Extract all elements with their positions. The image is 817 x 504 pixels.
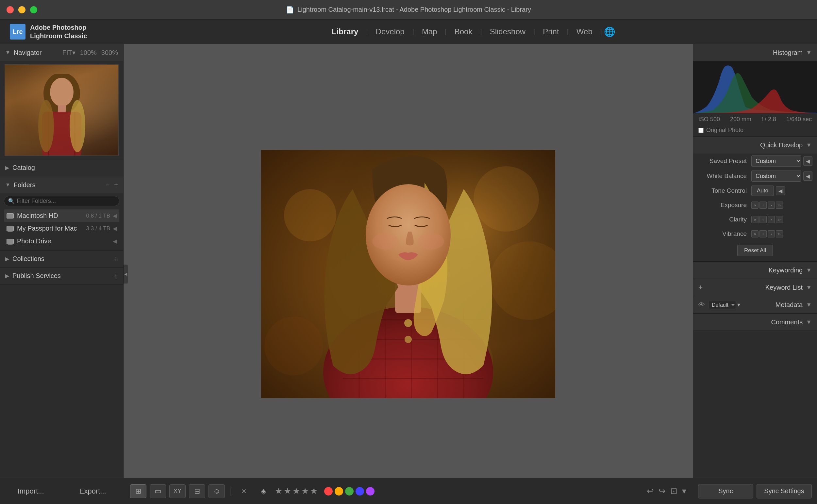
view-people-btn[interactable]: ☺ xyxy=(208,484,225,498)
metadata-preset-select[interactable]: Default xyxy=(708,301,736,309)
nav-print[interactable]: Print xyxy=(537,25,565,38)
keyword-list-plus-icon[interactable]: + xyxy=(698,283,703,292)
main-photo xyxy=(261,150,555,398)
clarity-dec-lg-btn[interactable]: ‹‹ xyxy=(751,216,759,223)
folder-search-input[interactable] xyxy=(17,198,115,204)
view-survey-btn[interactable]: ⊟ xyxy=(189,484,205,498)
folders-minus-btn[interactable]: − xyxy=(106,181,110,189)
color-blue[interactable] xyxy=(355,487,364,496)
star-4[interactable]: ★ xyxy=(301,486,309,496)
star-5[interactable]: ★ xyxy=(310,486,318,496)
metadata-header[interactable]: 👁 Default ▾ Metadata ▼ xyxy=(693,296,817,313)
nav-links: Library | Develop | Map | Book | Slidesh… xyxy=(124,25,817,38)
color-red[interactable] xyxy=(324,487,333,496)
saved-preset-prev-btn[interactable]: ◀ xyxy=(803,156,812,166)
collections-plus-btn[interactable]: + xyxy=(114,255,118,263)
histogram-title: Histogram xyxy=(698,49,803,57)
vibrance-dec-btn[interactable]: ‹ xyxy=(760,230,767,237)
tone-auto-btn[interactable]: Auto xyxy=(751,186,774,196)
color-green[interactable] xyxy=(345,487,353,496)
folder-expand-icon: ◀ xyxy=(113,238,117,244)
filter-close-btn[interactable]: ✕ xyxy=(236,484,252,498)
star-1[interactable]: ★ xyxy=(275,486,282,496)
folders-header[interactable]: ▼ Folders − + xyxy=(0,176,123,193)
rotate-left-icon[interactable]: ↩ xyxy=(647,486,654,496)
nav-library[interactable]: Library xyxy=(326,25,364,38)
view-compare-btn[interactable]: XY xyxy=(169,484,186,498)
vibrance-dec-lg-btn[interactable]: ‹‹ xyxy=(751,230,759,237)
exposure-inc-btn[interactable]: › xyxy=(768,202,775,209)
import-btn[interactable]: Import... xyxy=(0,478,62,504)
fullscreen-button[interactable] xyxy=(30,6,37,13)
folder-macintosh-hd[interactable]: Macintosh HD 0.8 / 1 TB ◀ xyxy=(4,209,119,222)
folders-plus-btn[interactable]: + xyxy=(114,181,118,189)
folder-search-bar[interactable]: 🔍 xyxy=(4,196,119,206)
publish-services-header[interactable]: ▶ Publish Services + xyxy=(0,268,123,285)
color-yellow[interactable] xyxy=(335,487,343,496)
keywording-header[interactable]: Keywording ▼ xyxy=(693,262,817,279)
clarity-dec-btn[interactable]: ‹ xyxy=(760,216,767,223)
folder-photo-drive[interactable]: Photo Drive ◀ xyxy=(4,235,119,248)
nav-identity-plate-icon[interactable]: 🌐 xyxy=(604,26,615,37)
filter-icon-btn[interactable]: ◈ xyxy=(255,484,271,498)
reset-all-btn[interactable]: Reset All xyxy=(737,245,773,256)
histogram-header[interactable]: Histogram ▼ xyxy=(693,44,817,61)
folders-content: 🔍 Macintosh HD 0.8 / 1 TB ◀ My Passport … xyxy=(0,193,123,250)
nav-develop[interactable]: Develop xyxy=(370,25,411,38)
extras-icon[interactable]: ⊡ xyxy=(670,486,678,496)
catalog-header[interactable]: ▶ Catalog xyxy=(0,159,123,176)
collections-header[interactable]: ▶ Collections + xyxy=(0,251,123,268)
white-balance-select[interactable]: Custom xyxy=(751,171,801,182)
tone-prev-btn[interactable]: ◀ xyxy=(776,186,785,195)
nav-slideshow[interactable]: Slideshow xyxy=(484,25,531,38)
nav-web[interactable]: Web xyxy=(571,25,598,38)
minimize-button[interactable] xyxy=(18,6,25,13)
publish-plus-btn[interactable]: + xyxy=(114,272,118,280)
exposure-dec-lg-btn[interactable]: ‹‹ xyxy=(751,202,759,209)
fit-button[interactable]: FIT▾ xyxy=(62,49,75,57)
catalog-collapse-arrow: ▶ xyxy=(5,165,9,171)
nav-map[interactable]: Map xyxy=(416,25,443,38)
nav-book[interactable]: Book xyxy=(449,25,479,38)
white-balance-prev-btn[interactable]: ◀ xyxy=(803,171,812,181)
original-photo-label: Original Photo xyxy=(706,127,744,134)
keyword-list-header[interactable]: + Keyword List ▼ xyxy=(693,279,817,296)
view-grid-btn[interactable]: ⊞ xyxy=(130,484,146,498)
quick-develop-header[interactable]: Quick Develop ▼ xyxy=(693,137,817,154)
zoom-100-button[interactable]: 100% xyxy=(80,49,97,57)
toolbar-end: ↩ ↪ ⊡ ▾ xyxy=(647,486,686,496)
exposure-dec-btn[interactable]: ‹ xyxy=(760,202,767,209)
export-btn[interactable]: Export... xyxy=(62,478,124,504)
folder-expand-icon: ◀ xyxy=(113,213,117,219)
svg-point-29 xyxy=(404,319,412,327)
rotate-right-icon[interactable]: ↪ xyxy=(659,486,666,496)
exposure-inc-lg-btn[interactable]: ›› xyxy=(776,202,783,209)
logo-area: Lrc Adobe Photoshop Lightroom Classic xyxy=(0,23,124,40)
sync-btn[interactable]: Sync xyxy=(698,484,753,498)
folder-my-passport[interactable]: My Passport for Mac 3.3 / 4 TB ◀ xyxy=(4,222,119,235)
saved-preset-select[interactable]: Custom xyxy=(751,155,801,167)
left-panel-toggle[interactable]: ◀ xyxy=(123,264,128,284)
view-loupe-btn[interactable]: ▭ xyxy=(150,484,166,498)
navigator-title: Navigator xyxy=(14,49,42,57)
star-2[interactable]: ★ xyxy=(284,486,291,496)
metadata-preset-arrow[interactable]: ▾ xyxy=(737,301,740,308)
star-3[interactable]: ★ xyxy=(292,486,300,496)
comments-header[interactable]: Comments ▼ xyxy=(693,314,817,331)
close-button[interactable] xyxy=(7,6,14,13)
clarity-inc-lg-btn[interactable]: ›› xyxy=(776,216,783,223)
color-purple[interactable] xyxy=(366,487,374,496)
histogram-info: ISO 500 200 mm f / 2.8 1/640 sec xyxy=(693,113,817,125)
center-view[interactable]: ⊞ ▭ XY ⊟ ☺ ✕ ◈ ★ ★ ★ ★ ★ ↩ xyxy=(123,44,693,504)
sync-settings-btn[interactable]: Sync Settings xyxy=(757,484,812,498)
toolbar-dropdown-icon[interactable]: ▾ xyxy=(682,486,686,496)
original-photo-checkbox[interactable] xyxy=(698,128,704,133)
zoom-300-button[interactable]: 300% xyxy=(101,49,118,57)
exposure-adjust-btns: ‹‹ ‹ › ›› xyxy=(751,202,783,209)
navigator-header[interactable]: ▼ Navigator FIT▾ 100% 300% xyxy=(0,44,123,61)
saved-preset-label: Saved Preset xyxy=(698,157,747,165)
vibrance-inc-btn[interactable]: › xyxy=(768,230,775,237)
vibrance-inc-lg-btn[interactable]: ›› xyxy=(776,230,783,237)
clarity-inc-btn[interactable]: › xyxy=(768,216,775,223)
star-rating[interactable]: ★ ★ ★ ★ ★ xyxy=(275,486,318,496)
